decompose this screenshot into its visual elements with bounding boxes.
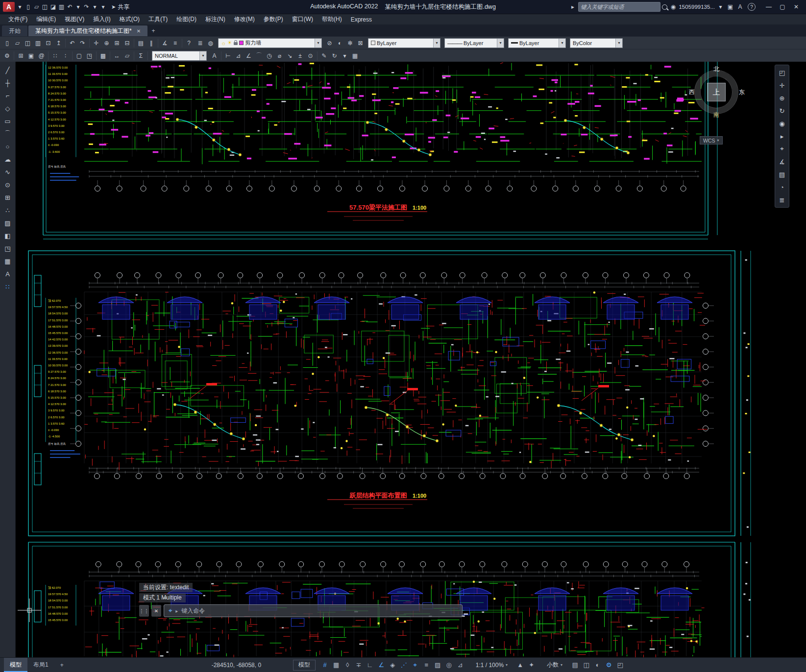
ucs-icon[interactable]: ⌖	[776, 143, 788, 155]
lineweight-dropdown-arrow-icon[interactable]: ▾	[559, 39, 565, 48]
text-style-dropdown-arrow-icon[interactable]: ▾	[199, 51, 206, 60]
redo-icon[interactable]: ↷	[77, 38, 88, 48]
command-input[interactable]: ⌖ ▸ 键入命令	[164, 604, 463, 617]
save-icon[interactable]: ◫	[41, 1, 49, 12]
isodraft-icon[interactable]: ◈	[387, 659, 398, 671]
polyline-icon[interactable]: ⌐	[1, 89, 14, 102]
insert-block-icon[interactable]: ▣	[26, 50, 36, 61]
menu-item[interactable]: 编辑(E)	[32, 14, 60, 24]
steering-wheel-icon[interactable]: ◉	[776, 117, 788, 130]
help-button[interactable]: ?	[748, 3, 756, 11]
snap-mode-icon[interactable]: ▦	[331, 659, 342, 671]
spline-icon[interactable]: ∿	[1, 166, 14, 178]
layer-dropdown-arrow-icon[interactable]: ▾	[315, 39, 321, 48]
point-style-icon[interactable]: ∷	[50, 50, 60, 61]
help-icon[interactable]: ?	[184, 38, 194, 48]
graphics-performance-icon[interactable]: ⚙	[603, 659, 614, 671]
layer-thaw-icon[interactable]: ☀	[227, 40, 232, 46]
viewcube-south-label[interactable]: 南	[713, 111, 719, 119]
gradient-icon[interactable]: ◧	[1, 229, 14, 242]
tolerance-icon[interactable]: ±	[295, 50, 305, 61]
clean-screen-icon[interactable]: ◰	[614, 659, 626, 671]
mass-properties-icon[interactable]: Σ	[136, 50, 146, 61]
layer-lock-toggle-icon[interactable]: ⊠	[355, 38, 366, 48]
drawing-area[interactable]: 12 36.570 3.0011 33.570 3.0010 30.570 3.…	[16, 62, 806, 657]
command-customize-icon[interactable]: ⌖	[169, 607, 172, 615]
command-line-panel[interactable]: 当前设置: textedit 模式 1 Multiple ⋮⋮ ✕ ⌖ ▸ 键入…	[139, 583, 463, 617]
tab-close-icon[interactable]: ✕	[137, 28, 141, 34]
line-icon[interactable]: ╱	[1, 64, 14, 76]
publish-icon[interactable]: ↥	[53, 38, 64, 48]
circle-icon[interactable]: ○	[1, 140, 14, 153]
measure-icon[interactable]: ∡	[776, 155, 788, 168]
menu-item[interactable]: Express	[346, 14, 376, 24]
drawing-canvas[interactable]: 12 36.570 3.0011 33.570 3.0010 30.570 3.…	[16, 62, 806, 657]
open-file-icon[interactable]: ▱	[12, 38, 23, 48]
close-button[interactable]: ✕	[789, 1, 803, 13]
hatch-icon[interactable]: ▨	[1, 216, 14, 229]
units-button[interactable]: 小数 ▾	[544, 660, 565, 671]
color-dropdown-arrow-icon[interactable]: ▾	[433, 39, 440, 48]
search-box[interactable]	[578, 2, 660, 12]
pan-icon[interactable]: ✛	[776, 79, 788, 92]
point-style-icon[interactable]: ∷	[1, 280, 14, 293]
new-file-icon[interactable]: ▯	[2, 38, 12, 48]
dim-style-icon[interactable]: ▾	[340, 50, 350, 61]
layout1-tab[interactable]: 布局1	[27, 658, 54, 672]
linetype-dropdown-arrow-icon[interactable]: ▾	[497, 39, 504, 48]
view-cube-top-face[interactable]: 上	[707, 83, 726, 101]
text-style-dropdown[interactable]: NORMAL ▾	[152, 51, 207, 61]
fullscreen-icon[interactable]: ◰	[776, 66, 788, 79]
zoom-realtime-icon[interactable]: ⊕	[101, 38, 112, 48]
tab-drawing[interactable]: 某纯剪力墙十九层住宅楼结构施工图* ✕	[28, 25, 147, 36]
zoom-window-icon[interactable]: ⊞	[112, 38, 122, 48]
viewcube-north-label[interactable]: 北	[713, 65, 719, 73]
model-tab[interactable]: 模型	[4, 658, 27, 672]
model-space-toggle[interactable]: 模型	[293, 660, 316, 671]
camera-icon[interactable]: ◔	[776, 181, 788, 193]
viewcube-west-label[interactable]: 西	[689, 88, 695, 96]
qat-customize-icon[interactable]: ▾	[99, 1, 107, 12]
open-file-icon[interactable]: ▱	[32, 1, 41, 12]
annotation-scale-button[interactable]: 1:1 / 100% ▾	[473, 660, 511, 671]
menu-item[interactable]: 插入(I)	[89, 14, 115, 24]
dynamic-input-icon[interactable]: ∓	[353, 659, 365, 671]
plot-icon[interactable]: ▥	[57, 1, 66, 12]
attributes-icon[interactable]: @	[36, 50, 47, 61]
wcs-dropdown[interactable]: WCS ▾	[700, 136, 723, 144]
plotstyle-dropdown[interactable]: ByColor ▾	[570, 38, 623, 48]
pan-icon[interactable]: ✛	[91, 38, 101, 48]
dim-update-icon[interactable]: ↻	[329, 50, 340, 61]
insert-block-icon[interactable]: ⊞	[1, 191, 14, 204]
construction-line-icon[interactable]: ┼	[1, 76, 14, 89]
layer-dropdown[interactable]: ☼ ☀ 剪力墙 ▾	[218, 38, 322, 48]
rectangle-icon[interactable]: ▭	[1, 115, 14, 127]
arc-icon[interactable]: ⌒	[1, 127, 14, 140]
menu-item[interactable]: 工具(T)	[144, 14, 172, 24]
lock-ui-icon[interactable]: ◫	[581, 659, 592, 671]
autoscale-icon[interactable]: ✦	[526, 659, 537, 671]
layer-states-icon[interactable]: ◍	[205, 38, 216, 48]
undo-icon[interactable]: ↶	[67, 38, 77, 48]
layer-lock-icon[interactable]	[234, 42, 238, 45]
polar-tracking-icon[interactable]: ∠	[376, 659, 387, 671]
3d-osnap-icon[interactable]: ⊿	[455, 659, 466, 671]
lineweight-display-icon[interactable]: ≡	[421, 659, 432, 671]
plot-icon[interactable]: ▥	[33, 38, 43, 48]
plotstyle-dropdown-arrow-icon[interactable]: ▾	[615, 39, 622, 48]
isolate-objects-icon[interactable]: ◐	[592, 659, 603, 671]
area-icon[interactable]: ▱	[122, 50, 132, 61]
orbit-icon[interactable]: ↻	[776, 104, 788, 117]
list-icon[interactable]: ≡	[170, 38, 180, 48]
menu-item[interactable]: 标注(N)	[201, 14, 230, 24]
command-close-icon[interactable]: ✕	[151, 605, 161, 617]
undo-list-arrow-icon[interactable]: ▾	[74, 1, 82, 12]
redo-list-arrow-icon[interactable]: ▾	[91, 1, 99, 12]
plot-preview-icon[interactable]: ⊡	[43, 38, 53, 48]
new-file-icon[interactable]: ▯	[24, 1, 32, 12]
layers-panel-icon[interactable]: ≣	[776, 193, 788, 206]
selection-cycling-icon[interactable]: ◎	[443, 659, 455, 671]
table-icon[interactable]: ▦	[1, 255, 14, 267]
section-plane-icon[interactable]: ▤	[776, 168, 788, 181]
table-icon[interactable]: ▦	[350, 50, 360, 61]
